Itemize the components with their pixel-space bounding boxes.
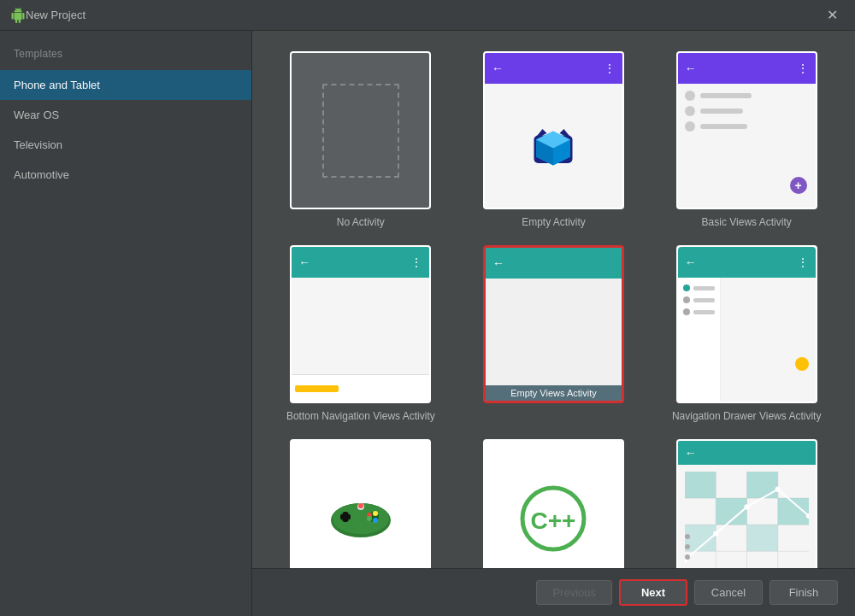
sidebar-item-wear-os[interactable]: Wear OS: [0, 100, 251, 130]
label-empty-activity: Empty Activity: [522, 216, 586, 228]
bottom-bar: Previous Next Cancel Finish: [252, 568, 855, 616]
empty-activity-appbar: ← ⋮: [485, 53, 622, 84]
chart-svg: [685, 472, 809, 568]
sidebar: Templates Phone and Tablet Wear OS Telev…: [0, 31, 252, 616]
sidebar-item-television[interactable]: Television: [0, 130, 251, 160]
more-options-icon: ⋮: [604, 62, 616, 75]
svg-rect-14: [343, 512, 348, 522]
side-indicators: [685, 534, 690, 560]
empty-views-body: [486, 279, 622, 385]
dot3: [685, 121, 695, 132]
svg-point-16: [373, 511, 378, 516]
nav-drawer-body: [678, 278, 816, 402]
label-bottom-nav: Bottom Navigation Views Activity: [286, 410, 435, 422]
thumb-native-cpp: C++: [483, 439, 624, 568]
main-content: Templates Phone and Tablet Wear OS Telev…: [0, 31, 855, 616]
title-bar: New Project ✕: [0, 0, 855, 31]
drawer-row-1: [683, 285, 715, 291]
nav-drawer-appbar: ← ⋮: [678, 247, 816, 278]
cancel-button[interactable]: Cancel: [694, 580, 763, 605]
more-options-icon2: ⋮: [797, 62, 809, 75]
close-button[interactable]: ✕: [820, 5, 845, 26]
drawer-line2: [693, 298, 715, 302]
template-game-activity[interactable]: Game Activity: [273, 439, 449, 568]
empty-views-appbar: ←: [486, 248, 622, 279]
line2: [700, 109, 743, 114]
svg-point-18: [367, 516, 372, 521]
sidebar-item-automotive[interactable]: Automotive: [0, 160, 251, 190]
svg-rect-32: [746, 472, 777, 498]
templates-section-label: Templates: [0, 44, 251, 70]
finish-button[interactable]: Finish: [770, 580, 838, 605]
thumb-basic-views: ← ⋮: [676, 51, 817, 209]
template-fullscreen[interactable]: ←: [658, 439, 834, 568]
back-arrow-icon4: ←: [492, 256, 504, 270]
label-basic-views: Basic Views Activity: [702, 216, 792, 228]
back-arrow-icon2: ←: [685, 62, 697, 75]
drawer-dot3: [683, 308, 690, 315]
previous-button[interactable]: Previous: [536, 580, 612, 605]
svg-text:C++: C++: [531, 507, 576, 534]
charts-appbar: ←: [678, 441, 816, 465]
drawer-main-area: [721, 278, 816, 402]
back-arrow-icon: ←: [492, 62, 504, 75]
list-row-3: [685, 121, 809, 132]
thumb-bottom-nav: ← ⋮: [290, 245, 431, 403]
template-native-cpp[interactable]: C++ Native C++: [466, 439, 642, 568]
sidebar-item-phone-tablet[interactable]: Phone and Tablet: [0, 70, 251, 100]
bottom-nav-appbar: ← ⋮: [292, 247, 429, 278]
thumb-empty-views: ← Empty Views Activity: [483, 245, 624, 403]
android-icon: [10, 8, 26, 23]
back-arrow-icon3: ←: [298, 255, 310, 269]
nav-drawer-side: [678, 278, 721, 402]
title-bar-title: New Project: [26, 9, 820, 21]
template-no-activity[interactable]: No Activity: [273, 51, 449, 228]
thumb-no-activity: [290, 51, 431, 209]
bottom-nav-body: [292, 278, 429, 374]
svg-point-37: [713, 531, 718, 537]
charts-back-icon: ←: [685, 446, 697, 460]
fab-button: +: [790, 177, 807, 194]
label-no-activity: No Activity: [337, 216, 385, 228]
cpp-logo: C++: [519, 484, 587, 553]
dashed-rect: [322, 84, 399, 178]
line1: [700, 93, 752, 98]
thumb-fullscreen: ←: [676, 439, 817, 568]
thumb-nav-drawer: ← ⋮: [676, 245, 817, 403]
drawer-line3: [693, 310, 715, 314]
drawer-dot2: [683, 296, 690, 303]
template-nav-drawer[interactable]: ← ⋮: [658, 245, 834, 422]
template-empty-views[interactable]: ← Empty Views Activity: [466, 245, 642, 422]
basic-views-appbar: ← ⋮: [678, 53, 816, 84]
thumb-empty-activity: ← ⋮: [483, 51, 624, 209]
android-logo: [528, 120, 579, 172]
back-arrow-icon5: ←: [685, 255, 697, 269]
svg-point-20: [358, 503, 363, 508]
drawer-row-2: [683, 296, 715, 303]
next-button[interactable]: Next: [619, 579, 687, 606]
template-basic-views[interactable]: ← ⋮: [658, 51, 834, 228]
svg-point-17: [373, 518, 378, 523]
drawer-row-3: [683, 308, 715, 315]
drawer-line1: [693, 286, 715, 290]
svg-rect-35: [746, 525, 777, 551]
svg-rect-30: [685, 472, 716, 498]
svg-point-39: [775, 487, 780, 492]
game-controller-icon: [327, 493, 395, 544]
more-options-icon5: ⋮: [797, 255, 809, 269]
template-empty-activity[interactable]: ← ⋮: [466, 51, 642, 228]
more-options-icon3: ⋮: [410, 255, 422, 269]
svg-point-38: [744, 505, 749, 510]
template-grid: No Activity ← ⋮: [252, 31, 855, 568]
drawer-dot1: [683, 285, 690, 291]
list-row-1: [685, 91, 809, 101]
bottom-nav-bar: [292, 374, 429, 402]
template-bottom-nav[interactable]: ← ⋮ Bottom Navigation Views Activity: [273, 245, 449, 422]
dot2: [685, 106, 695, 116]
charts-body: [678, 465, 816, 568]
dot1: [685, 91, 695, 101]
selected-label-bar: Empty Views Activity: [486, 385, 622, 401]
drawer-fab: [795, 357, 809, 371]
list-row-2: [685, 106, 809, 116]
empty-activity-body: [485, 84, 622, 208]
